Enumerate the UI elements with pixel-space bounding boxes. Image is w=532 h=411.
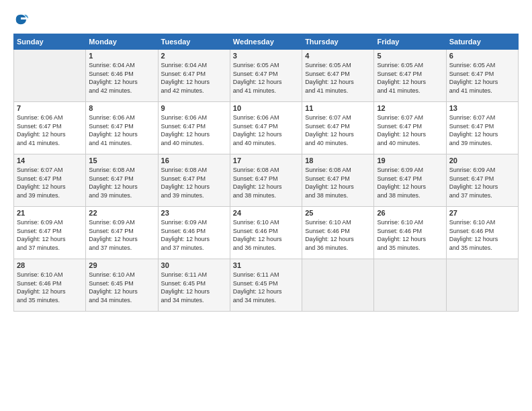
day-number: 15 <box>89 156 154 165</box>
day-info: Sunrise: 6:06 AMSunset: 6:47 PMDaylight:… <box>233 113 299 147</box>
col-header-thursday: Thursday <box>302 34 374 50</box>
day-number: 6 <box>449 52 515 60</box>
day-info: Sunrise: 6:09 AMSunset: 6:47 PMDaylight:… <box>449 166 515 199</box>
day-cell: 26Sunrise: 6:10 AMSunset: 6:46 PMDayligh… <box>374 207 446 259</box>
day-info: Sunrise: 6:07 AMSunset: 6:47 PMDaylight:… <box>17 166 83 199</box>
calendar-table: SundayMondayTuesdayWednesdayThursdayFrid… <box>13 34 519 312</box>
col-header-wednesday: Wednesday <box>230 34 302 50</box>
day-cell: 13Sunrise: 6:07 AMSunset: 6:47 PMDayligh… <box>446 102 518 154</box>
col-header-tuesday: Tuesday <box>158 34 230 50</box>
day-cell: 4Sunrise: 6:05 AMSunset: 6:47 PMDaylight… <box>302 50 374 102</box>
day-info: Sunrise: 6:10 AMSunset: 6:46 PMDaylight:… <box>233 218 299 252</box>
day-number: 28 <box>17 261 83 269</box>
day-cell: 11Sunrise: 6:07 AMSunset: 6:47 PMDayligh… <box>302 102 374 154</box>
day-cell: 28Sunrise: 6:10 AMSunset: 6:46 PMDayligh… <box>14 259 86 312</box>
day-cell: 27Sunrise: 6:10 AMSunset: 6:46 PMDayligh… <box>446 207 518 259</box>
day-cell <box>374 259 446 312</box>
day-info: Sunrise: 6:10 AMSunset: 6:46 PMDaylight:… <box>305 218 371 252</box>
day-info: Sunrise: 6:08 AMSunset: 6:47 PMDaylight:… <box>161 166 227 199</box>
day-info: Sunrise: 6:09 AMSunset: 6:47 PMDaylight:… <box>377 166 443 199</box>
day-info: Sunrise: 6:10 AMSunset: 6:45 PMDaylight:… <box>89 271 154 304</box>
day-info: Sunrise: 6:10 AMSunset: 6:46 PMDaylight:… <box>449 218 515 252</box>
day-number: 29 <box>89 261 154 269</box>
day-info: Sunrise: 6:07 AMSunset: 6:47 PMDaylight:… <box>305 113 371 147</box>
day-info: Sunrise: 6:08 AMSunset: 6:47 PMDaylight:… <box>89 166 154 199</box>
week-row-3: 14Sunrise: 6:07 AMSunset: 6:47 PMDayligh… <box>14 154 519 207</box>
day-info: Sunrise: 6:08 AMSunset: 6:47 PMDaylight:… <box>305 166 371 199</box>
day-cell: 16Sunrise: 6:08 AMSunset: 6:47 PMDayligh… <box>158 154 230 207</box>
page: SundayMondayTuesdayWednesdayThursdayFrid… <box>0 0 532 411</box>
header-row: SundayMondayTuesdayWednesdayThursdayFrid… <box>14 34 519 50</box>
day-number: 7 <box>17 104 83 112</box>
day-cell: 1Sunrise: 6:04 AMSunset: 6:46 PMDaylight… <box>86 50 158 102</box>
day-info: Sunrise: 6:05 AMSunset: 6:47 PMDaylight:… <box>305 61 371 95</box>
col-header-sunday: Sunday <box>14 34 86 50</box>
day-number: 25 <box>305 209 371 217</box>
day-number: 24 <box>233 209 299 217</box>
day-number: 9 <box>161 104 227 112</box>
day-info: Sunrise: 6:06 AMSunset: 6:47 PMDaylight:… <box>17 113 83 147</box>
day-info: Sunrise: 6:06 AMSunset: 6:47 PMDaylight:… <box>89 113 154 147</box>
day-number: 10 <box>233 104 299 112</box>
day-info: Sunrise: 6:06 AMSunset: 6:47 PMDaylight:… <box>161 113 227 147</box>
day-cell <box>446 259 518 312</box>
day-cell: 15Sunrise: 6:08 AMSunset: 6:47 PMDayligh… <box>86 154 158 207</box>
day-cell: 19Sunrise: 6:09 AMSunset: 6:47 PMDayligh… <box>374 154 446 207</box>
logo-icon <box>13 12 28 27</box>
day-info: Sunrise: 6:11 AMSunset: 6:45 PMDaylight:… <box>233 271 299 304</box>
day-cell <box>302 259 374 312</box>
day-info: Sunrise: 6:10 AMSunset: 6:46 PMDaylight:… <box>17 271 83 304</box>
day-cell: 8Sunrise: 6:06 AMSunset: 6:47 PMDaylight… <box>86 102 158 154</box>
day-number: 8 <box>89 104 154 112</box>
day-number: 4 <box>305 52 371 60</box>
day-number: 26 <box>377 209 443 217</box>
day-number: 30 <box>161 261 227 269</box>
day-info: Sunrise: 6:04 AMSunset: 6:46 PMDaylight:… <box>89 61 154 95</box>
logo <box>13 12 31 27</box>
week-row-1: 1Sunrise: 6:04 AMSunset: 6:46 PMDaylight… <box>14 50 519 102</box>
col-header-friday: Friday <box>374 34 446 50</box>
day-info: Sunrise: 6:05 AMSunset: 6:47 PMDaylight:… <box>233 61 299 95</box>
day-cell: 25Sunrise: 6:10 AMSunset: 6:46 PMDayligh… <box>302 207 374 259</box>
day-cell: 23Sunrise: 6:09 AMSunset: 6:46 PMDayligh… <box>158 207 230 259</box>
day-cell <box>14 50 86 102</box>
day-cell: 17Sunrise: 6:08 AMSunset: 6:47 PMDayligh… <box>230 154 302 207</box>
day-number: 11 <box>305 104 371 112</box>
col-header-saturday: Saturday <box>446 34 518 50</box>
day-number: 13 <box>449 104 515 112</box>
day-number: 3 <box>233 52 299 60</box>
day-cell: 31Sunrise: 6:11 AMSunset: 6:45 PMDayligh… <box>230 259 302 312</box>
week-row-4: 21Sunrise: 6:09 AMSunset: 6:47 PMDayligh… <box>14 207 519 259</box>
day-number: 19 <box>377 156 443 165</box>
day-cell: 10Sunrise: 6:06 AMSunset: 6:47 PMDayligh… <box>230 102 302 154</box>
header <box>13 12 519 27</box>
day-number: 18 <box>305 156 371 165</box>
day-info: Sunrise: 6:09 AMSunset: 6:47 PMDaylight:… <box>89 218 154 252</box>
day-number: 21 <box>17 209 83 217</box>
day-info: Sunrise: 6:09 AMSunset: 6:46 PMDaylight:… <box>161 218 227 252</box>
day-cell: 18Sunrise: 6:08 AMSunset: 6:47 PMDayligh… <box>302 154 374 207</box>
day-number: 31 <box>233 261 299 269</box>
day-cell: 29Sunrise: 6:10 AMSunset: 6:45 PMDayligh… <box>86 259 158 312</box>
day-info: Sunrise: 6:08 AMSunset: 6:47 PMDaylight:… <box>233 166 299 199</box>
day-cell: 2Sunrise: 6:04 AMSunset: 6:47 PMDaylight… <box>158 50 230 102</box>
day-cell: 9Sunrise: 6:06 AMSunset: 6:47 PMDaylight… <box>158 102 230 154</box>
day-info: Sunrise: 6:10 AMSunset: 6:46 PMDaylight:… <box>377 218 443 252</box>
week-row-5: 28Sunrise: 6:10 AMSunset: 6:46 PMDayligh… <box>14 259 519 312</box>
day-cell: 5Sunrise: 6:05 AMSunset: 6:47 PMDaylight… <box>374 50 446 102</box>
day-info: Sunrise: 6:05 AMSunset: 6:47 PMDaylight:… <box>377 61 443 95</box>
day-cell: 20Sunrise: 6:09 AMSunset: 6:47 PMDayligh… <box>446 154 518 207</box>
day-cell: 3Sunrise: 6:05 AMSunset: 6:47 PMDaylight… <box>230 50 302 102</box>
day-cell: 6Sunrise: 6:05 AMSunset: 6:47 PMDaylight… <box>446 50 518 102</box>
day-info: Sunrise: 6:07 AMSunset: 6:47 PMDaylight:… <box>377 113 443 147</box>
day-number: 27 <box>449 209 515 217</box>
day-cell: 22Sunrise: 6:09 AMSunset: 6:47 PMDayligh… <box>86 207 158 259</box>
col-header-monday: Monday <box>86 34 158 50</box>
day-number: 16 <box>161 156 227 165</box>
day-cell: 30Sunrise: 6:11 AMSunset: 6:45 PMDayligh… <box>158 259 230 312</box>
day-number: 1 <box>89 52 154 60</box>
day-info: Sunrise: 6:11 AMSunset: 6:45 PMDaylight:… <box>161 271 227 304</box>
day-cell: 14Sunrise: 6:07 AMSunset: 6:47 PMDayligh… <box>14 154 86 207</box>
day-number: 22 <box>89 209 154 217</box>
day-number: 17 <box>233 156 299 165</box>
